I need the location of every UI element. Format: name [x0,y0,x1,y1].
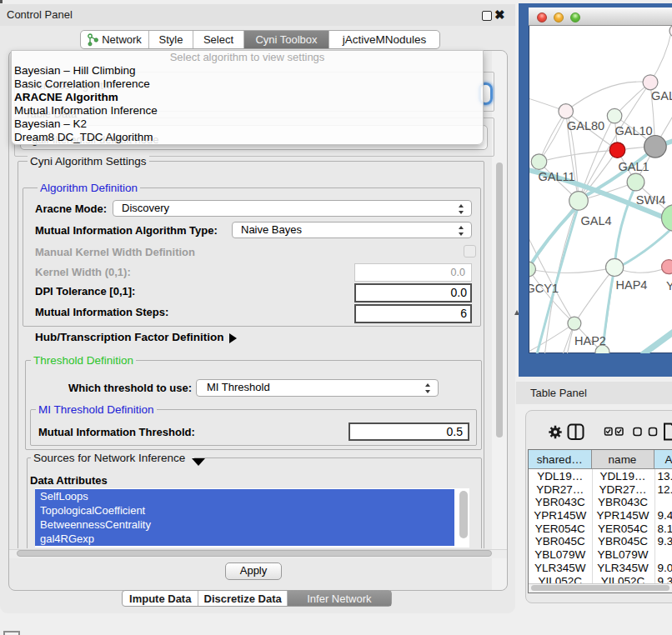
svg-text:GAL7: GAL7 [651,89,672,102]
svg-text:GAL1: GAL1 [619,160,649,173]
svg-text:GAL11: GAL11 [539,170,575,183]
svg-text:GCY1: GCY1 [529,282,559,295]
svg-text:GAL80: GAL80 [567,119,604,132]
svg-text:GAL4: GAL4 [581,214,612,228]
svg-text:HAP4: HAP4 [616,278,648,292]
svg-text:GAL10: GAL10 [615,124,653,138]
svg-text:HAP2: HAP2 [574,334,606,348]
svg-text:SWI4: SWI4 [636,193,665,207]
svg-text:Y: Y [666,279,672,292]
